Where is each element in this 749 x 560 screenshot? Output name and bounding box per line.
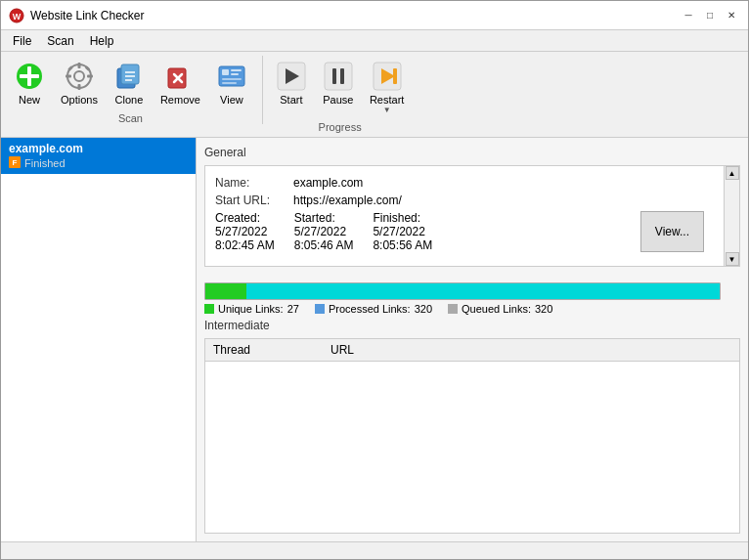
created-block: Created: 5/27/2022 8:02:45 AM bbox=[215, 211, 275, 252]
svg-rect-7 bbox=[77, 63, 80, 68]
progress-cyan bbox=[246, 283, 720, 299]
scan-group-label: Scan bbox=[7, 112, 254, 124]
title-bar: W Website Link Checker ─ □ ✕ bbox=[1, 1, 748, 30]
view-toolbar-button[interactable]: View bbox=[209, 56, 254, 110]
right-panel: General Name: example.com Start URL: htt… bbox=[197, 138, 748, 541]
dates-row: Created: 5/27/2022 8:02:45 AM Started: 5… bbox=[215, 211, 729, 252]
unique-links-label: Unique Links: bbox=[218, 303, 284, 315]
intermediate-title: Intermediate bbox=[204, 319, 740, 332]
sidebar-item-status: F Finished bbox=[9, 156, 188, 170]
name-label: Name: bbox=[215, 176, 293, 190]
svg-rect-23 bbox=[231, 69, 242, 71]
queued-links-value: 320 bbox=[535, 303, 552, 315]
table-body bbox=[205, 362, 739, 533]
view-label: View bbox=[220, 94, 243, 106]
menu-scan[interactable]: Scan bbox=[39, 32, 81, 50]
intermediate-table: Thread URL bbox=[204, 338, 740, 534]
clone-button[interactable]: Clone bbox=[107, 56, 152, 110]
options-icon bbox=[64, 61, 95, 92]
progress-buttons: Start Pause bbox=[269, 56, 411, 119]
svg-rect-31 bbox=[340, 68, 344, 84]
scroll-up-arrow[interactable]: ▲ bbox=[726, 166, 739, 180]
start-url-value: https://example.com/ bbox=[293, 194, 402, 207]
processed-links-dot bbox=[315, 304, 325, 314]
toolbar: New bbox=[1, 52, 748, 138]
close-button[interactable]: ✕ bbox=[723, 7, 740, 24]
options-label: Options bbox=[61, 94, 98, 106]
status-bar bbox=[1, 541, 748, 559]
sidebar-item-example-com[interactable]: example.com F Finished bbox=[1, 138, 196, 174]
svg-rect-9 bbox=[66, 75, 71, 78]
intermediate-section: Intermediate Thread URL bbox=[204, 319, 740, 534]
svg-rect-34 bbox=[393, 68, 397, 84]
processed-links-stat: Processed Links: 320 bbox=[315, 303, 432, 315]
created-time: 8:02:45 AM bbox=[215, 238, 275, 252]
processed-links-label: Processed Links: bbox=[329, 303, 411, 315]
window-title: Website Link Checker bbox=[30, 9, 680, 22]
menu-file[interactable]: File bbox=[5, 32, 39, 50]
start-label: Start bbox=[280, 94, 302, 106]
name-value: example.com bbox=[293, 176, 363, 190]
started-block: Started: 5/27/2022 8:05:46 AM bbox=[294, 211, 354, 252]
scroll-down-arrow[interactable]: ▼ bbox=[726, 252, 739, 266]
pause-icon bbox=[323, 61, 354, 92]
scan-buttons: New bbox=[7, 56, 254, 110]
svg-rect-30 bbox=[332, 68, 336, 84]
queued-links-dot bbox=[448, 304, 458, 314]
svg-rect-29 bbox=[325, 63, 352, 90]
pause-button[interactable]: Pause bbox=[316, 56, 361, 119]
unique-links-value: 27 bbox=[287, 303, 299, 315]
main-content: example.com F Finished General Na bbox=[1, 138, 748, 541]
pause-label: Pause bbox=[323, 94, 353, 106]
view-details-button[interactable]: View... bbox=[640, 211, 704, 252]
svg-point-6 bbox=[74, 71, 84, 81]
unique-links-stat: Unique Links: 27 bbox=[204, 303, 299, 315]
new-label: New bbox=[19, 94, 40, 106]
restart-dropdown-arrow: ▼ bbox=[383, 106, 391, 114]
status-text: Finished bbox=[24, 157, 66, 169]
menu-bar: File Scan Help bbox=[1, 30, 748, 52]
svg-rect-24 bbox=[231, 73, 239, 75]
app-window: W Website Link Checker ─ □ ✕ File Scan H… bbox=[0, 0, 749, 560]
start-url-row: Start URL: https://example.com/ bbox=[215, 194, 729, 207]
status-icon: F bbox=[9, 156, 21, 170]
svg-rect-25 bbox=[222, 78, 242, 80]
svg-rect-8 bbox=[77, 84, 80, 90]
menu-help[interactable]: Help bbox=[82, 32, 122, 50]
toolbar-progress-group: Start Pause bbox=[269, 56, 419, 133]
thread-column-header: Thread bbox=[213, 343, 330, 357]
restart-button[interactable]: Restart ▼ bbox=[363, 56, 411, 119]
restore-button[interactable]: □ bbox=[701, 7, 719, 24]
general-section-title: General bbox=[204, 146, 740, 159]
start-icon bbox=[276, 61, 307, 92]
start-url-label: Start URL: bbox=[215, 194, 293, 207]
start-button[interactable]: Start bbox=[269, 56, 314, 119]
finished-block: Finished: 5/27/2022 8:05:56 AM bbox=[373, 211, 432, 252]
new-icon bbox=[14, 61, 45, 92]
name-row: Name: example.com bbox=[215, 176, 729, 190]
options-button[interactable]: Options bbox=[54, 56, 105, 110]
restart-icon bbox=[372, 61, 403, 92]
svg-text:W: W bbox=[13, 12, 22, 22]
created-date: 5/27/2022 bbox=[215, 225, 275, 238]
toolbar-scan-group: New bbox=[7, 56, 263, 124]
clone-icon bbox=[113, 61, 145, 92]
processed-links-value: 320 bbox=[415, 303, 432, 315]
scroll-track bbox=[725, 180, 739, 252]
queued-links-label: Queued Links: bbox=[462, 303, 531, 315]
started-date: 5/27/2022 bbox=[294, 225, 354, 238]
progress-stats: Unique Links: 27 Processed Links: 320 Qu… bbox=[204, 303, 721, 315]
finished-label: Finished: bbox=[373, 211, 432, 225]
finished-date: 5/27/2022 bbox=[373, 225, 432, 238]
remove-button[interactable]: Remove bbox=[154, 56, 207, 110]
unique-links-dot bbox=[204, 304, 214, 314]
minimize-button[interactable]: ─ bbox=[680, 7, 697, 24]
remove-label: Remove bbox=[160, 94, 200, 106]
progress-group-label: Progress bbox=[269, 121, 411, 133]
progress-container: Unique Links: 27 Processed Links: 320 Qu… bbox=[204, 282, 740, 315]
new-button[interactable]: New bbox=[7, 56, 52, 110]
general-scrollbar[interactable]: ▲ ▼ bbox=[724, 166, 739, 266]
svg-rect-10 bbox=[87, 75, 93, 78]
queued-links-stat: Queued Links: 320 bbox=[448, 303, 552, 315]
finished-time: 8:05:56 AM bbox=[373, 238, 432, 252]
